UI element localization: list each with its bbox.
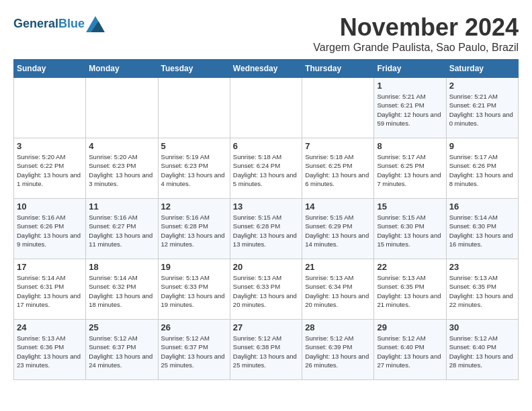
day-info: Sunrise: 5:12 AMSunset: 6:40 PMDaylight:… [449, 334, 515, 369]
day-info: Sunrise: 5:20 AMSunset: 6:23 PMDaylight:… [89, 152, 154, 188]
calendar-cell: 25Sunrise: 5:12 AMSunset: 6:37 PMDayligh… [86, 320, 158, 380]
calendar-cell: 11Sunrise: 5:16 AMSunset: 6:27 PMDayligh… [86, 199, 158, 259]
calendar-cell: 17Sunrise: 5:14 AMSunset: 6:31 PMDayligh… [14, 259, 86, 320]
day-info: Sunrise: 5:14 AMSunset: 6:32 PMDaylight:… [89, 273, 154, 309]
calendar-cell: 8Sunrise: 5:17 AMSunset: 6:25 PMDaylight… [374, 138, 446, 199]
calendar-cell [158, 78, 230, 138]
calendar-cell: 23Sunrise: 5:13 AMSunset: 6:35 PMDayligh… [446, 259, 518, 320]
day-number: 18 [89, 262, 154, 272]
day-number: 25 [89, 322, 154, 332]
weekday-header-thursday: Thursday [302, 60, 374, 78]
calendar-cell: 27Sunrise: 5:12 AMSunset: 6:38 PMDayligh… [230, 320, 302, 380]
day-number: 27 [233, 322, 299, 332]
weekday-header-wednesday: Wednesday [230, 60, 302, 78]
day-info: Sunrise: 5:12 AMSunset: 6:38 PMDaylight:… [233, 334, 299, 369]
calendar-week-row: 10Sunrise: 5:16 AMSunset: 6:26 PMDayligh… [14, 199, 519, 259]
day-number: 16 [449, 201, 515, 212]
day-info: Sunrise: 5:16 AMSunset: 6:28 PMDaylight:… [161, 213, 227, 248]
location: Vargem Grande Paulista, Sao Paulo, Brazi… [313, 42, 519, 54]
day-number: 30 [449, 322, 515, 332]
day-number: 17 [17, 262, 83, 272]
day-number: 15 [377, 201, 443, 212]
calendar-cell: 7Sunrise: 5:18 AMSunset: 6:25 PMDaylight… [302, 138, 374, 199]
day-info: Sunrise: 5:12 AMSunset: 6:39 PMDaylight:… [305, 334, 371, 369]
calendar-cell [230, 78, 302, 138]
calendar-cell: 15Sunrise: 5:15 AMSunset: 6:30 PMDayligh… [374, 199, 446, 259]
day-info: Sunrise: 5:16 AMSunset: 6:26 PMDaylight:… [17, 213, 83, 248]
day-number: 24 [17, 322, 83, 332]
calendar-cell: 19Sunrise: 5:13 AMSunset: 6:33 PMDayligh… [158, 259, 230, 320]
day-info: Sunrise: 5:15 AMSunset: 6:29 PMDaylight:… [305, 213, 371, 248]
day-number: 14 [305, 201, 371, 212]
logo-icon [86, 16, 105, 32]
calendar-cell: 1Sunrise: 5:21 AMSunset: 6:21 PMDaylight… [374, 78, 446, 138]
day-number: 26 [161, 322, 227, 332]
day-number: 19 [161, 262, 227, 272]
day-info: Sunrise: 5:14 AMSunset: 6:31 PMDaylight:… [17, 273, 83, 309]
calendar-week-row: 24Sunrise: 5:13 AMSunset: 6:36 PMDayligh… [14, 320, 519, 380]
calendar-cell: 5Sunrise: 5:19 AMSunset: 6:23 PMDaylight… [158, 138, 230, 199]
calendar-week-row: 3Sunrise: 5:20 AMSunset: 6:22 PMDaylight… [14, 138, 519, 199]
calendar-cell: 14Sunrise: 5:15 AMSunset: 6:29 PMDayligh… [302, 199, 374, 259]
day-number: 20 [233, 262, 299, 272]
day-number: 13 [233, 201, 299, 212]
calendar-week-row: 1Sunrise: 5:21 AMSunset: 6:21 PMDaylight… [14, 78, 519, 138]
calendar-cell: 21Sunrise: 5:13 AMSunset: 6:34 PMDayligh… [302, 259, 374, 320]
day-number: 23 [449, 262, 515, 272]
day-info: Sunrise: 5:13 AMSunset: 6:33 PMDaylight:… [233, 273, 299, 309]
header: GeneralBlue November 2024 Vargem Grande … [13, 13, 519, 54]
day-info: Sunrise: 5:12 AMSunset: 6:37 PMDaylight:… [161, 334, 227, 369]
calendar-cell: 28Sunrise: 5:12 AMSunset: 6:39 PMDayligh… [302, 320, 374, 380]
calendar-cell: 26Sunrise: 5:12 AMSunset: 6:37 PMDayligh… [158, 320, 230, 380]
weekday-header-sunday: Sunday [14, 60, 86, 78]
weekday-header-tuesday: Tuesday [158, 60, 230, 78]
day-number: 11 [89, 201, 154, 212]
calendar-week-row: 17Sunrise: 5:14 AMSunset: 6:31 PMDayligh… [14, 259, 519, 320]
calendar-cell: 6Sunrise: 5:18 AMSunset: 6:24 PMDaylight… [230, 138, 302, 199]
day-number: 3 [17, 141, 83, 151]
day-number: 4 [89, 141, 154, 151]
day-info: Sunrise: 5:13 AMSunset: 6:35 PMDaylight:… [377, 273, 443, 309]
day-info: Sunrise: 5:12 AMSunset: 6:37 PMDaylight:… [89, 334, 154, 369]
day-number: 5 [161, 141, 227, 151]
calendar-cell: 13Sunrise: 5:15 AMSunset: 6:28 PMDayligh… [230, 199, 302, 259]
day-info: Sunrise: 5:20 AMSunset: 6:22 PMDaylight:… [17, 152, 83, 188]
calendar-cell: 3Sunrise: 5:20 AMSunset: 6:22 PMDaylight… [14, 138, 86, 199]
day-info: Sunrise: 5:15 AMSunset: 6:30 PMDaylight:… [377, 213, 443, 248]
weekday-header-row: SundayMondayTuesdayWednesdayThursdayFrid… [14, 60, 519, 78]
day-info: Sunrise: 5:21 AMSunset: 6:21 PMDaylight:… [377, 92, 443, 128]
calendar-cell: 22Sunrise: 5:13 AMSunset: 6:35 PMDayligh… [374, 259, 446, 320]
calendar-cell: 20Sunrise: 5:13 AMSunset: 6:33 PMDayligh… [230, 259, 302, 320]
weekday-header-friday: Friday [374, 60, 446, 78]
day-info: Sunrise: 5:17 AMSunset: 6:26 PMDaylight:… [449, 152, 515, 188]
month-title: November 2024 [313, 13, 519, 42]
weekday-header-saturday: Saturday [446, 60, 518, 78]
day-number: 8 [377, 141, 443, 151]
logo: GeneralBlue [13, 16, 105, 32]
calendar-cell: 30Sunrise: 5:12 AMSunset: 6:40 PMDayligh… [446, 320, 518, 380]
day-info: Sunrise: 5:19 AMSunset: 6:23 PMDaylight:… [161, 152, 227, 188]
day-number: 9 [449, 141, 515, 151]
day-info: Sunrise: 5:15 AMSunset: 6:28 PMDaylight:… [233, 213, 299, 248]
calendar-cell: 9Sunrise: 5:17 AMSunset: 6:26 PMDaylight… [446, 138, 518, 199]
calendar-cell: 24Sunrise: 5:13 AMSunset: 6:36 PMDayligh… [14, 320, 86, 380]
day-number: 22 [377, 262, 443, 272]
calendar-table: SundayMondayTuesdayWednesdayThursdayFrid… [13, 59, 519, 380]
calendar-cell: 10Sunrise: 5:16 AMSunset: 6:26 PMDayligh… [14, 199, 86, 259]
day-number: 29 [377, 322, 443, 332]
day-info: Sunrise: 5:13 AMSunset: 6:35 PMDaylight:… [449, 273, 515, 309]
calendar-cell: 29Sunrise: 5:12 AMSunset: 6:40 PMDayligh… [374, 320, 446, 380]
day-number: 1 [377, 81, 443, 91]
day-info: Sunrise: 5:21 AMSunset: 6:21 PMDaylight:… [449, 92, 515, 128]
calendar-cell: 12Sunrise: 5:16 AMSunset: 6:28 PMDayligh… [158, 199, 230, 259]
calendar-cell [86, 78, 158, 138]
day-info: Sunrise: 5:16 AMSunset: 6:27 PMDaylight:… [89, 213, 154, 248]
day-info: Sunrise: 5:14 AMSunset: 6:30 PMDaylight:… [449, 213, 515, 248]
calendar-cell: 2Sunrise: 5:21 AMSunset: 6:21 PMDaylight… [446, 78, 518, 138]
calendar-cell: 18Sunrise: 5:14 AMSunset: 6:32 PMDayligh… [86, 259, 158, 320]
calendar-cell: 4Sunrise: 5:20 AMSunset: 6:23 PMDaylight… [86, 138, 158, 199]
day-number: 12 [161, 201, 227, 212]
day-info: Sunrise: 5:17 AMSunset: 6:25 PMDaylight:… [377, 152, 443, 188]
day-number: 7 [305, 141, 371, 151]
day-info: Sunrise: 5:18 AMSunset: 6:25 PMDaylight:… [305, 152, 371, 188]
